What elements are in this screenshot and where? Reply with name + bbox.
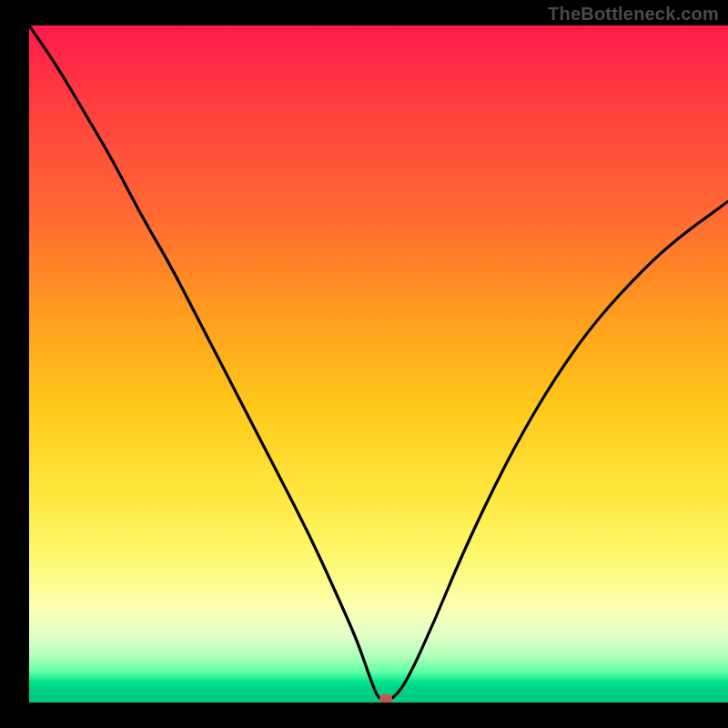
curve-path (29, 25, 728, 699)
bottleneck-curve (29, 25, 728, 703)
watermark-text: TheBottleneck.com (548, 4, 719, 25)
chart-frame: TheBottleneck.com (0, 0, 728, 728)
plot-area (29, 25, 728, 703)
minimum-marker (379, 694, 392, 703)
